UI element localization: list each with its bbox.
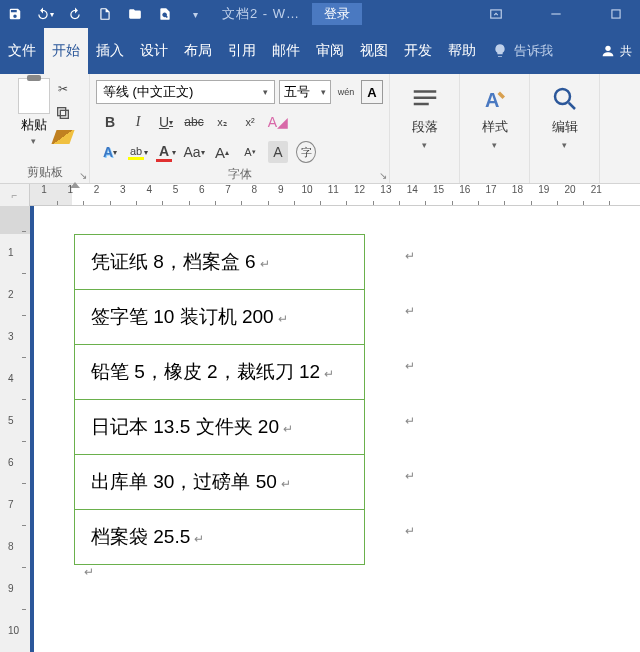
tab-file[interactable]: 文件 bbox=[0, 28, 44, 74]
phonetic-guide-button[interactable]: wén bbox=[335, 80, 357, 104]
table-row[interactable]: 档案袋 25.5↵↵ bbox=[75, 510, 365, 565]
paragraph-button[interactable]: 段落▾ bbox=[410, 78, 440, 150]
tab-layout[interactable]: 布局 bbox=[176, 28, 220, 74]
table-row[interactable]: 签字笔 10 装订机 200↵↵ bbox=[75, 290, 365, 345]
table-cell[interactable]: 档案袋 25.5↵↵ bbox=[75, 510, 365, 565]
paste-button[interactable]: 粘贴 ▾ bbox=[18, 78, 50, 146]
maximize-icon[interactable] bbox=[596, 3, 636, 25]
underline-button[interactable]: U▾ bbox=[156, 111, 176, 133]
tab-developer[interactable]: 开发 bbox=[396, 28, 440, 74]
search-icon bbox=[550, 84, 580, 114]
enclose-char-button[interactable]: 字 bbox=[296, 141, 316, 163]
styles-button[interactable]: A 样式▾ bbox=[480, 78, 510, 150]
undo-icon[interactable]: ▾ bbox=[34, 3, 56, 25]
table-cell[interactable]: 凭证纸 8，档案盒 6↵↵ bbox=[75, 235, 365, 290]
ribbon: 粘贴 ▾ ✂ 剪贴板 ↘ 等线 (中文正文)▾ 五号▾ wén A B I U▾ bbox=[0, 74, 640, 184]
svg-rect-5 bbox=[57, 108, 65, 116]
text-effects-button[interactable]: A▾ bbox=[100, 141, 120, 163]
bold-button[interactable]: B bbox=[100, 111, 120, 133]
print-preview-icon[interactable] bbox=[154, 3, 176, 25]
dialog-launcher-icon[interactable]: ↘ bbox=[79, 170, 87, 181]
document-table[interactable]: 凭证纸 8，档案盒 6↵↵签字笔 10 装订机 200↵↵铅笔 5，橡皮 2，裁… bbox=[74, 234, 365, 565]
shrink-font-button[interactable]: A▾ bbox=[240, 141, 260, 163]
font-color-button[interactable]: A▾ bbox=[156, 141, 176, 163]
ruler-tick: 13 bbox=[379, 184, 393, 195]
paragraph-mark-icon: ↵ bbox=[405, 414, 415, 428]
tab-insert[interactable]: 插入 bbox=[88, 28, 132, 74]
save-icon[interactable] bbox=[4, 3, 26, 25]
table-row[interactable]: 铅笔 5，橡皮 2，裁纸刀 12↵↵ bbox=[75, 345, 365, 400]
group-label: 字体 bbox=[228, 166, 252, 183]
subscript-button[interactable]: x₂ bbox=[212, 111, 232, 133]
highlight-button[interactable]: ab▾ bbox=[128, 141, 148, 163]
paragraph-mark-icon: ↵ bbox=[283, 422, 293, 436]
change-case-button[interactable]: Aa▾ bbox=[184, 141, 204, 163]
superscript-button[interactable]: x² bbox=[240, 111, 260, 133]
ruler-tick: 17 bbox=[484, 184, 498, 195]
ribbon-options-icon[interactable] bbox=[476, 3, 516, 25]
tab-view[interactable]: 视图 bbox=[352, 28, 396, 74]
grow-font-button[interactable]: A▴ bbox=[212, 141, 232, 163]
ruler-tick: 4 bbox=[142, 184, 156, 195]
table-row[interactable]: 出库单 30，过磅单 50↵↵ bbox=[75, 455, 365, 510]
ruler-tick: 11 bbox=[326, 184, 340, 195]
document-page[interactable]: 凭证纸 8，档案盒 6↵↵签字笔 10 装订机 200↵↵铅笔 5，橡皮 2，裁… bbox=[30, 206, 640, 652]
italic-button[interactable]: I bbox=[128, 111, 148, 133]
paragraph-mark-icon: ↵ bbox=[84, 565, 94, 579]
copy-icon[interactable] bbox=[54, 104, 72, 122]
table-row[interactable]: 日记本 13.5 文件夹 20↵↵ bbox=[75, 400, 365, 455]
ruler-tick: 1 bbox=[63, 184, 77, 195]
ribbon-group-clipboard: 粘贴 ▾ ✂ 剪贴板 ↘ bbox=[0, 74, 90, 183]
tab-help[interactable]: 帮助 bbox=[440, 28, 484, 74]
ruler-tick: 2 bbox=[90, 184, 104, 195]
font-size-combo[interactable]: 五号▾ bbox=[279, 80, 331, 104]
paragraph-mark-icon: ↵ bbox=[324, 367, 334, 381]
svg-rect-6 bbox=[413, 90, 436, 93]
ruler-tick: 7 bbox=[221, 184, 235, 195]
tab-home[interactable]: 开始 bbox=[44, 28, 88, 74]
table-cell[interactable]: 铅笔 5，橡皮 2，裁纸刀 12↵↵ bbox=[75, 345, 365, 400]
redo-icon[interactable] bbox=[64, 3, 86, 25]
ribbon-group-font: 等线 (中文正文)▾ 五号▾ wén A B I U▾ abc x₂ x² A◢… bbox=[90, 74, 390, 183]
qat-customize-icon[interactable]: ▾ bbox=[184, 3, 206, 25]
table-cell[interactable]: 出库单 30，过磅单 50↵↵ bbox=[75, 455, 365, 510]
paragraph-mark-icon: ↵ bbox=[281, 477, 291, 491]
char-shading-button[interactable]: A bbox=[268, 141, 288, 163]
share-button[interactable]: 共 bbox=[600, 43, 640, 60]
font-name-combo[interactable]: 等线 (中文正文)▾ bbox=[96, 80, 275, 104]
editing-button[interactable]: 编辑▾ bbox=[550, 78, 580, 150]
ruler-tick: 16 bbox=[458, 184, 472, 195]
title-bar: ▾ ▾ 文档2 - W… 登录 bbox=[0, 0, 640, 28]
char-border-button[interactable]: A bbox=[361, 80, 383, 104]
strikethrough-button[interactable]: abc bbox=[184, 111, 204, 133]
tab-review[interactable]: 审阅 bbox=[308, 28, 352, 74]
ruler-tick: 18 bbox=[510, 184, 524, 195]
ruler-tick: 9 bbox=[8, 583, 14, 594]
minimize-icon[interactable] bbox=[536, 3, 576, 25]
new-doc-icon[interactable] bbox=[94, 3, 116, 25]
login-button[interactable]: 登录 bbox=[312, 3, 362, 25]
ribbon-group-styles: A 样式▾ bbox=[460, 74, 530, 183]
tab-references[interactable]: 引用 bbox=[220, 28, 264, 74]
tell-me-search[interactable]: 告诉我 bbox=[492, 42, 553, 60]
ruler-tick: 19 bbox=[537, 184, 551, 195]
paragraph-mark-icon: ↵ bbox=[194, 532, 204, 546]
clear-formatting-button[interactable]: A◢ bbox=[268, 111, 288, 133]
tab-mailings[interactable]: 邮件 bbox=[264, 28, 308, 74]
ruler-vertical[interactable]: 12345678910 bbox=[0, 206, 30, 652]
dialog-launcher-icon[interactable]: ↘ bbox=[379, 170, 387, 181]
open-icon[interactable] bbox=[124, 3, 146, 25]
table-row[interactable]: 凭证纸 8，档案盒 6↵↵ bbox=[75, 235, 365, 290]
paragraph-mark-icon: ↵ bbox=[405, 469, 415, 483]
table-cell[interactable]: 日记本 13.5 文件夹 20↵↵ bbox=[75, 400, 365, 455]
tab-design[interactable]: 设计 bbox=[132, 28, 176, 74]
ruler-tick: 4 bbox=[8, 373, 14, 384]
cut-icon[interactable]: ✂ bbox=[54, 80, 72, 98]
format-painter-icon[interactable] bbox=[54, 128, 72, 146]
window-title: 文档2 - W… bbox=[222, 5, 300, 23]
paragraph-icon bbox=[410, 84, 440, 114]
ribbon-group-paragraph: 段落▾ bbox=[390, 74, 460, 183]
ruler-tick: 5 bbox=[169, 184, 183, 195]
table-cell[interactable]: 签字笔 10 装订机 200↵↵ bbox=[75, 290, 365, 345]
ruler-horizontal[interactable]: ⌐ 1123456789101112131415161718192021 bbox=[0, 184, 640, 206]
